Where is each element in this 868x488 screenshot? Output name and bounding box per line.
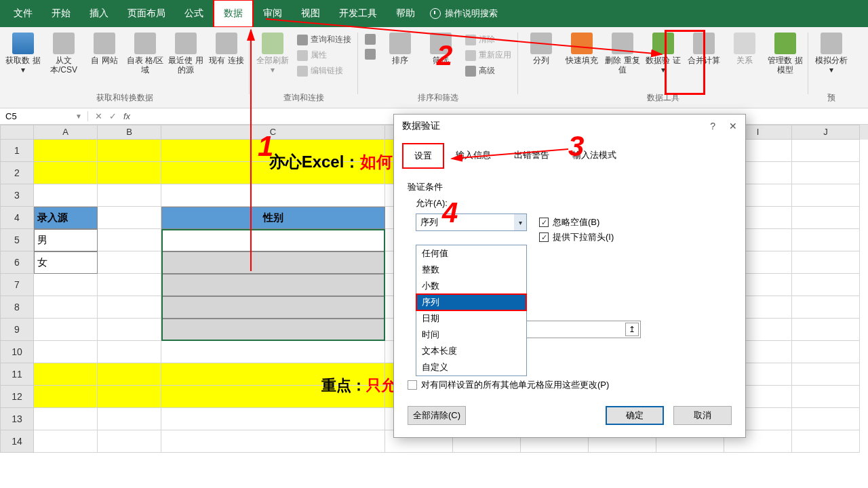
cell[interactable] (792, 251, 860, 274)
menu-layout[interactable]: 页面布局 (118, 1, 175, 26)
row-header[interactable]: 5 (0, 229, 34, 251)
cell[interactable] (161, 430, 385, 453)
existing-conn-button[interactable]: 现有 连接 (208, 33, 245, 65)
advanced-filter-button[interactable]: 高级 (462, 64, 514, 78)
col-header-C[interactable]: C (161, 125, 385, 140)
flash-fill-button[interactable]: 快速填充 (563, 33, 601, 65)
relationships-button[interactable]: 关系 (726, 33, 764, 65)
col-header-J[interactable]: J (792, 125, 860, 140)
get-data-button[interactable]: 获取数 据 ▾ (4, 33, 42, 75)
cell[interactable] (792, 274, 860, 296)
allow-option[interactable]: 任何值 (416, 245, 526, 262)
cell[interactable] (98, 251, 161, 274)
cell[interactable] (792, 140, 860, 162)
help-icon[interactable]: ? (710, 121, 715, 131)
sort-button[interactable]: 排序 (381, 33, 419, 65)
cell[interactable]: 录入源 (34, 207, 98, 229)
row-header[interactable]: 7 (0, 274, 34, 296)
select-all-corner[interactable] (0, 125, 34, 140)
ok-button[interactable]: 确定 (606, 406, 664, 425)
cell[interactable] (792, 341, 860, 363)
cell[interactable] (34, 430, 98, 453)
cell[interactable] (34, 408, 98, 430)
row-header[interactable]: 1 (0, 140, 34, 162)
enter-icon[interactable]: ✓ (109, 111, 117, 121)
row-header[interactable]: 13 (0, 408, 34, 430)
edit-links-button[interactable]: 编辑链接 (294, 64, 354, 78)
cell[interactable] (34, 184, 98, 207)
clear-all-button[interactable]: 全部清除(C) (408, 406, 466, 425)
cell[interactable] (98, 274, 161, 296)
tab-input-msg[interactable]: 输入信息 (444, 143, 502, 169)
row-header[interactable]: 11 (0, 363, 34, 386)
col-header-A[interactable]: A (34, 125, 98, 140)
cell[interactable] (161, 341, 385, 363)
from-table-button[interactable]: 自表 格/区域 (126, 33, 164, 75)
menu-help[interactable]: 帮助 (387, 1, 425, 26)
dropdown-arrow-checkbox[interactable]: ✓提供下拉箭头(I) (539, 231, 614, 243)
cancel-icon[interactable]: ✕ (95, 111, 102, 121)
menu-view[interactable]: 视图 (292, 1, 330, 26)
cell[interactable] (98, 207, 161, 229)
cell[interactable] (98, 430, 161, 453)
from-csv-button[interactable]: 从文 本/CSV (45, 33, 83, 75)
cell[interactable] (792, 184, 860, 207)
menu-formula[interactable]: 公式 (175, 1, 213, 26)
row-header[interactable]: 9 (0, 319, 34, 341)
consolidate-button[interactable]: 合并计算 (685, 33, 723, 65)
sort-asc-button[interactable] (362, 33, 378, 46)
row-header[interactable]: 14 (0, 430, 34, 453)
allow-option[interactable]: 文本长度 (416, 343, 526, 359)
cell[interactable] (98, 184, 161, 207)
cell[interactable]: 男 (34, 229, 98, 251)
tab-error-alert[interactable]: 出错警告 (502, 143, 561, 169)
menu-data[interactable]: 数据 (213, 0, 254, 28)
cell[interactable] (792, 363, 860, 386)
cell[interactable] (98, 319, 161, 341)
tab-ime[interactable]: 输入法模式 (561, 143, 628, 169)
properties-button[interactable]: 属性 (294, 48, 354, 62)
row-header[interactable]: 10 (0, 341, 34, 363)
ignore-blank-checkbox[interactable]: ✓忽略空值(B) (539, 216, 614, 228)
cell[interactable] (792, 386, 860, 408)
cell[interactable] (34, 341, 98, 363)
data-validation-button[interactable]: 数据验 证 ▾ (644, 33, 682, 75)
cell[interactable] (792, 296, 860, 319)
reapply-button[interactable]: 重新应用 (462, 48, 514, 62)
allow-combobox[interactable]: 序列▾ (416, 214, 527, 231)
cell[interactable] (161, 296, 385, 319)
allow-option[interactable]: 序列 (416, 294, 526, 310)
cell[interactable] (34, 296, 98, 319)
cell[interactable] (98, 408, 161, 430)
cell[interactable] (161, 184, 385, 207)
cell[interactable] (792, 229, 860, 251)
cell[interactable] (161, 274, 385, 296)
close-icon[interactable]: ✕ (729, 121, 737, 131)
queries-conn-button[interactable]: 查询和连接 (294, 33, 354, 47)
from-web-button[interactable]: 自 网站 (85, 33, 123, 65)
cell[interactable]: 亦心Excel：如何防止数据录入出错 (34, 140, 98, 162)
cell[interactable]: 性别 (161, 207, 385, 229)
menu-home[interactable]: 开始 (42, 1, 80, 26)
cell[interactable] (161, 319, 385, 341)
apply-all-checkbox[interactable]: 对有同样设置的所有其他单元格应用这些更改(P) (408, 379, 732, 391)
col-header-B[interactable]: B (98, 125, 161, 140)
cancel-button[interactable]: 取消 (673, 406, 732, 425)
row-header[interactable]: 4 (0, 207, 34, 229)
cell[interactable] (34, 319, 98, 341)
menu-insert[interactable]: 插入 (80, 1, 118, 26)
menu-review[interactable]: 审阅 (254, 1, 292, 26)
cell[interactable] (792, 408, 860, 430)
cell[interactable]: 重点：只允许录入男女 (34, 363, 98, 386)
clear-filter-button[interactable]: 清除 (462, 33, 514, 47)
cell[interactable] (161, 251, 385, 274)
name-box[interactable]: C5▼ (0, 111, 88, 121)
remove-dup-button[interactable]: 删除 重复值 (604, 33, 642, 75)
cell[interactable] (792, 430, 860, 453)
cell[interactable] (98, 296, 161, 319)
cell[interactable] (161, 229, 385, 251)
row-header[interactable]: 3 (0, 184, 34, 207)
row-header[interactable]: 8 (0, 296, 34, 319)
text-to-cols-button[interactable]: 分列 (522, 33, 560, 65)
row-header[interactable]: 12 (0, 386, 34, 408)
